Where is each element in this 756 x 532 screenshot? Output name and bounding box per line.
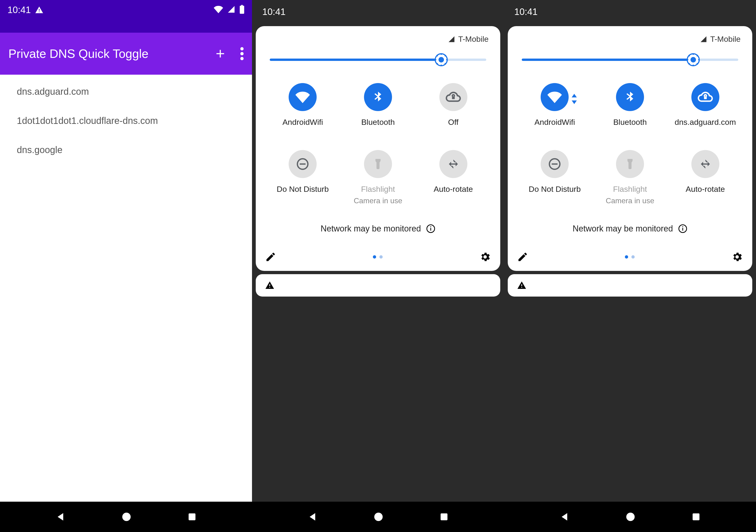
tile-label: Do Not Disturb (529, 185, 581, 194)
back-button[interactable] (559, 511, 570, 522)
svg-line-29 (688, 55, 690, 56)
qs-panel: T-Mobile AndroidWifi (508, 26, 752, 271)
carrier-text: T-Mobile (710, 35, 741, 44)
svg-point-38 (682, 226, 683, 227)
svg-line-13 (437, 63, 438, 65)
svg-line-14 (445, 55, 446, 56)
tile-private-dns[interactable]: dns.adguard.com (667, 83, 743, 127)
status-bar: 10:41 (0, 0, 252, 33)
tile-private-dns[interactable]: Off (416, 83, 491, 127)
notification-row[interactable] (508, 274, 752, 297)
settings-button[interactable] (731, 251, 743, 263)
svg-rect-33 (704, 96, 707, 99)
svg-line-30 (697, 63, 698, 65)
monitor-text: Network may be monitored (321, 224, 421, 233)
dnd-icon (289, 150, 317, 178)
info-icon (678, 224, 688, 233)
network-monitor-row[interactable]: Network may be monitored (265, 224, 491, 233)
dns-item[interactable]: dns.google (0, 135, 252, 165)
nav-bar (504, 502, 756, 532)
status-time: 10:41 (8, 5, 31, 15)
page-indicator (625, 255, 635, 258)
tile-label: Do Not Disturb (277, 185, 329, 194)
edit-tiles-button[interactable] (265, 251, 276, 262)
recents-button[interactable] (691, 512, 701, 522)
back-button[interactable] (55, 511, 66, 522)
cloud-lock-icon (691, 83, 719, 111)
home-button[interactable] (625, 511, 636, 522)
recents-button[interactable] (187, 512, 197, 522)
svg-line-12 (445, 63, 446, 65)
tile-sublabel: Camera in use (606, 197, 654, 205)
tile-label: AndroidWifi (534, 118, 575, 127)
status-time: 10:41 (514, 7, 538, 17)
svg-point-0 (240, 47, 244, 50)
brightness-thumb-icon[interactable] (435, 53, 448, 66)
page-indicator (373, 255, 383, 258)
overflow-menu-button[interactable] (240, 47, 244, 60)
nav-bar (252, 502, 504, 532)
tile-flashlight[interactable]: Flashlight Camera in use (340, 150, 416, 205)
status-time: 10:41 (262, 7, 285, 17)
tile-label: Flashlight (361, 185, 395, 194)
tile-label: Bluetooth (613, 118, 647, 127)
app-title: Private DNS Quick Toggle (9, 47, 209, 61)
tile-wifi[interactable]: AndroidWifi (265, 83, 340, 127)
dnd-icon (541, 150, 569, 178)
status-bar: 10:41 (252, 0, 504, 23)
nav-bar (0, 502, 252, 532)
recents-button[interactable] (439, 512, 449, 522)
tile-dnd[interactable]: Do Not Disturb (265, 150, 340, 205)
tile-label: Auto-rotate (686, 185, 725, 194)
tile-wifi[interactable]: AndroidWifi (517, 83, 592, 127)
qs-panel: T-Mobile AndroidWifi (256, 26, 500, 271)
tile-dnd[interactable]: Do Not Disturb (517, 150, 592, 205)
svg-line-11 (437, 55, 438, 56)
tile-label: dns.adguard.com (675, 118, 736, 127)
svg-point-6 (439, 57, 444, 62)
tile-autorotate[interactable]: Auto-rotate (667, 150, 743, 205)
svg-point-1 (240, 52, 244, 55)
phone-app: 10:41 Private DNS Quick Toggle (0, 0, 252, 532)
svg-point-3 (122, 513, 131, 521)
tile-bluetooth[interactable]: Bluetooth (340, 83, 416, 127)
svg-point-24 (690, 57, 696, 62)
svg-line-32 (697, 55, 698, 56)
svg-point-2 (240, 57, 244, 60)
tile-label: Bluetooth (361, 118, 395, 127)
edit-tiles-button[interactable] (517, 251, 528, 262)
svg-rect-40 (692, 513, 699, 520)
svg-line-31 (688, 63, 690, 65)
battery-icon (239, 5, 245, 14)
brightness-slider[interactable] (265, 55, 491, 65)
notification-row[interactable] (256, 274, 500, 297)
tile-bluetooth[interactable]: Bluetooth (592, 83, 668, 127)
settings-button[interactable] (479, 251, 491, 263)
info-icon (426, 224, 435, 233)
phone-qs-off: 10:41 T-Mobile AndroidWifi (252, 0, 504, 532)
warning-icon (517, 281, 526, 290)
tile-sublabel: Camera in use (354, 197, 402, 205)
tile-autorotate[interactable]: Auto-rotate (416, 150, 491, 205)
dns-item[interactable]: dns.adguard.com (0, 77, 252, 106)
status-bar: 10:41 (504, 0, 756, 23)
svg-point-39 (626, 513, 635, 521)
network-monitor-row[interactable]: Network may be monitored (517, 224, 743, 233)
tile-label: Flashlight (613, 185, 647, 194)
svg-rect-22 (441, 513, 447, 520)
dns-item[interactable]: 1dot1dot1dot1.cloudflare-dns.com (0, 106, 252, 135)
tile-label: Auto-rotate (434, 185, 473, 194)
brightness-slider[interactable] (517, 55, 743, 65)
cloud-lock-icon (439, 83, 467, 111)
rotate-icon (439, 150, 467, 178)
add-button[interactable] (214, 47, 227, 60)
tile-flashlight[interactable]: Flashlight Camera in use (592, 150, 668, 205)
brightness-thumb-icon[interactable] (687, 53, 700, 66)
tile-label: Off (448, 118, 458, 127)
home-button[interactable] (373, 511, 384, 522)
svg-point-20 (430, 226, 431, 227)
dns-list: dns.adguard.com 1dot1dot1dot1.cloudflare… (0, 75, 252, 532)
home-button[interactable] (121, 511, 132, 522)
flashlight-icon (364, 150, 392, 178)
back-button[interactable] (307, 511, 318, 522)
